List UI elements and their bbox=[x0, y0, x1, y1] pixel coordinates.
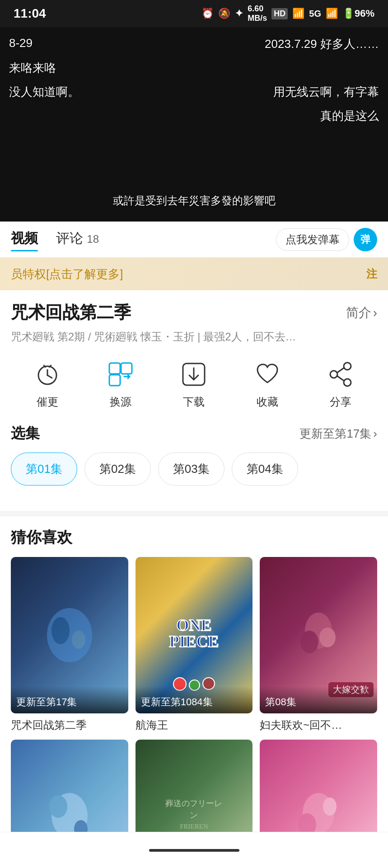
collect-label: 收藏 bbox=[257, 395, 278, 409]
recommend-title: 猜你喜欢 bbox=[11, 527, 377, 548]
episode-btn-1[interactable]: 第01集 bbox=[11, 453, 77, 486]
status-bar: 11:04 ⏰ 🔕 ✦ 6.60MB/s HD 📶 5G 📶 🔋96% bbox=[0, 0, 388, 27]
anime-title: 咒术回战第二季 bbox=[11, 301, 131, 324]
danmaku-overlay: 8-29 2023.7.29 好多人…… 来咯来咯 没人知道啊。 用无线云啊，有… bbox=[0, 27, 388, 222]
danmaku-row-2: 来咯来咯 bbox=[9, 60, 379, 76]
action-share[interactable]: 分享 bbox=[325, 359, 356, 409]
thumb-onepiece: ONE PIECE 更新至第1084集 bbox=[136, 557, 253, 713]
danmaku-row-4: 真的是这么 bbox=[9, 108, 379, 124]
thumb-adult: 大嫁交歓 第08集 bbox=[260, 557, 377, 713]
episodes-header: 选集 更新至第17集 › bbox=[11, 424, 377, 443]
svg-point-12 bbox=[344, 379, 351, 386]
section-divider bbox=[0, 511, 388, 516]
episodes-title: 选集 bbox=[11, 424, 40, 443]
action-collect[interactable]: 收藏 bbox=[252, 359, 283, 409]
hd-badge: HD bbox=[271, 8, 288, 19]
episodes-more-link[interactable]: 更新至第17集 › bbox=[299, 426, 377, 442]
danmaku-text-1a: 8-29 bbox=[9, 36, 33, 52]
swap-icon bbox=[105, 359, 136, 390]
anime-meta: 咒术廻戦 第2期 / 咒術廻戦 懐玉・玉折 | 最强2人，回不去… bbox=[11, 330, 377, 344]
danmaku-text-3b: 用无线云啊，有字幕 bbox=[273, 84, 379, 100]
title-section: 咒术回战第二季 简介 › bbox=[11, 301, 377, 324]
wifi-icon: 📶 bbox=[292, 8, 304, 19]
download-icon bbox=[178, 359, 210, 390]
svg-point-17 bbox=[72, 631, 85, 649]
danmaku-text-2a: 来咯来咯 bbox=[9, 60, 56, 76]
anime-name-jujutsu2: 咒术回战第二季 bbox=[11, 718, 128, 732]
tab-comment[interactable]: 评论 18 bbox=[56, 229, 99, 250]
anime-card-onepiece[interactable]: ONE PIECE 更新至第1084集 航海王 bbox=[136, 557, 253, 732]
video-player[interactable]: 8-29 2023.7.29 好多人…… 来咯来咯 没人知道啊。 用无线云啊，有… bbox=[0, 27, 388, 222]
episode-btn-2[interactable]: 第02集 bbox=[84, 453, 151, 486]
badge-adult: 第08集 bbox=[260, 686, 377, 713]
home-indicator bbox=[149, 849, 239, 852]
bell-icon: 🔕 bbox=[218, 8, 230, 19]
anime-card-jujutsu2[interactable]: 更新至第17集 咒术回战第二季 bbox=[11, 557, 128, 732]
episode-list: 第01集 第02集 第03集 第04集 bbox=[11, 453, 377, 486]
badge-jujutsu2: 更新至第17集 bbox=[11, 686, 128, 713]
anime-card-adult[interactable]: 大嫁交歓 第08集 妇夫联欢~回不… bbox=[260, 557, 377, 732]
content-area: 咒术回战第二季 简介 › 咒术廻戦 第2期 / 咒術廻戦 懐玉・玉折 | 最强2… bbox=[0, 290, 388, 511]
member-banner-text: 员特权[点击了解更多] bbox=[11, 266, 366, 282]
anime-name-onepiece: 航海王 bbox=[136, 718, 253, 732]
svg-line-13 bbox=[337, 368, 344, 373]
signal-icon: 📶 bbox=[326, 8, 338, 19]
danmaku-bottom-area: 或許是受到去年災害多發的影響吧 bbox=[0, 193, 388, 208]
svg-point-11 bbox=[330, 371, 337, 378]
tab-video[interactable]: 视频 bbox=[11, 229, 38, 250]
svg-point-16 bbox=[51, 617, 70, 644]
share-icon bbox=[325, 359, 356, 390]
anime-grid: 更新至第17集 咒术回战第二季 ONE PIECE bbox=[11, 557, 377, 868]
share-label: 分享 bbox=[330, 395, 351, 409]
heart-icon bbox=[252, 359, 283, 390]
svg-point-22 bbox=[49, 795, 67, 818]
chevron-right-icon: › bbox=[373, 306, 377, 320]
action-buttons: 催更 换源 下载 bbox=[11, 355, 377, 413]
5g-icon: 5G bbox=[309, 9, 321, 19]
danmaku-text-3a: 没人知道啊。 bbox=[9, 84, 79, 100]
speed-indicator: 6.60MB/s bbox=[248, 4, 267, 23]
danmaku-btn-area: 点我发弹幕 弹 bbox=[276, 228, 377, 251]
bottom-bar bbox=[0, 832, 388, 868]
danmaku-text-1b: 2023.7.29 好多人…… bbox=[265, 36, 379, 52]
bluetooth-icon: ✦ bbox=[235, 8, 243, 19]
svg-point-20 bbox=[319, 627, 336, 647]
tab-bar: 视频 评论 18 点我发弹幕 弹 bbox=[0, 222, 388, 258]
episode-btn-3[interactable]: 第03集 bbox=[158, 453, 224, 486]
comment-count: 18 bbox=[87, 233, 99, 245]
download-label: 下载 bbox=[183, 395, 205, 409]
anime-name-adult: 妇夫联欢~回不… bbox=[260, 718, 377, 732]
svg-line-2 bbox=[47, 375, 52, 378]
svg-point-10 bbox=[344, 363, 351, 370]
status-icons: ⏰ 🔕 ✦ 6.60MB/s HD 📶 5G 📶 🔋96% bbox=[201, 4, 374, 23]
intro-link[interactable]: 简介 › bbox=[346, 304, 377, 321]
member-banner[interactable]: 员特权[点击了解更多] 注 bbox=[0, 258, 388, 290]
alarm-icon: ⏰ bbox=[201, 8, 214, 19]
badge-onepiece: 更新至第1084集 bbox=[136, 686, 253, 713]
danmaku-text-4b: 真的是这么 bbox=[320, 108, 379, 124]
danmaku-send-button[interactable]: 点我发弹幕 bbox=[276, 228, 349, 251]
action-download[interactable]: 下载 bbox=[178, 359, 210, 409]
chevron-right-icon-2: › bbox=[373, 427, 377, 441]
status-time: 11:04 bbox=[14, 6, 46, 21]
source-label: 换源 bbox=[110, 395, 131, 409]
danmaku-bottom-text: 或許是受到去年災害多發的影響吧 bbox=[113, 194, 276, 207]
danmaku-icon-button[interactable]: 弹 bbox=[354, 228, 377, 251]
action-source[interactable]: 换源 bbox=[105, 359, 136, 409]
danmaku-row-3: 没人知道啊。 用无线云啊，有字幕 bbox=[9, 84, 379, 100]
member-banner-action[interactable]: 注 bbox=[366, 267, 377, 281]
danmaku-row-1: 8-29 2023.7.29 好多人…… bbox=[9, 36, 379, 52]
thumb-jujutsu2: 更新至第17集 bbox=[11, 557, 128, 713]
clock-icon bbox=[32, 359, 63, 390]
action-remind[interactable]: 催更 bbox=[32, 359, 63, 409]
svg-rect-7 bbox=[109, 375, 120, 386]
episode-btn-4[interactable]: 第04集 bbox=[232, 453, 298, 486]
svg-line-14 bbox=[337, 376, 344, 381]
recommend-section: 猜你喜欢 更新至第17集 咒术回战第二季 bbox=[0, 516, 388, 868]
battery-icon: 🔋96% bbox=[342, 8, 374, 19]
svg-rect-5 bbox=[109, 363, 120, 374]
remind-label: 催更 bbox=[37, 395, 58, 409]
svg-point-19 bbox=[300, 631, 318, 653]
svg-point-26 bbox=[323, 797, 337, 816]
svg-rect-6 bbox=[121, 363, 132, 374]
